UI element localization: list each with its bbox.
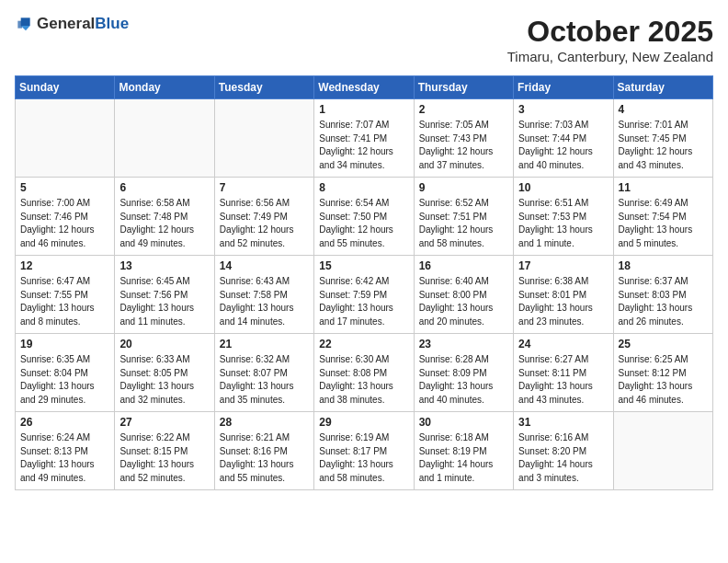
day-info: Sunrise: 6:37 AM Sunset: 8:03 PM Dayligh… xyxy=(619,275,708,328)
day-info: Sunrise: 6:22 AM Sunset: 8:15 PM Dayligh… xyxy=(119,431,209,485)
weekday-header-sunday: Sunday xyxy=(16,76,115,99)
calendar-cell: 2Sunrise: 7:05 AM Sunset: 7:43 PM Daylig… xyxy=(414,99,513,178)
day-info: Sunrise: 6:40 AM Sunset: 8:00 PM Dayligh… xyxy=(419,275,508,328)
day-info: Sunrise: 6:32 AM Sunset: 8:07 PM Dayligh… xyxy=(220,353,309,407)
calendar-cell: 19Sunrise: 6:35 AM Sunset: 8:04 PM Dayli… xyxy=(16,334,115,412)
day-number: 13 xyxy=(119,259,209,272)
day-number: 19 xyxy=(20,338,109,350)
day-info: Sunrise: 6:58 AM Sunset: 7:48 PM Dayligh… xyxy=(119,197,209,250)
day-number: 23 xyxy=(419,338,508,350)
calendar-cell: 15Sunrise: 6:42 AM Sunset: 7:59 PM Dayli… xyxy=(314,256,414,334)
day-number: 12 xyxy=(20,259,109,272)
day-number: 7 xyxy=(220,181,309,194)
calendar-cell: 20Sunrise: 6:33 AM Sunset: 8:05 PM Dayli… xyxy=(115,334,214,412)
svg-marker-1 xyxy=(21,26,30,30)
calendar-cell: 12Sunrise: 6:47 AM Sunset: 7:55 PM Dayli… xyxy=(16,256,115,334)
day-number: 31 xyxy=(518,416,608,429)
weekday-header-thursday: Thursday xyxy=(414,76,513,99)
day-info: Sunrise: 6:43 AM Sunset: 7:58 PM Dayligh… xyxy=(220,275,309,328)
day-info: Sunrise: 6:47 AM Sunset: 7:55 PM Dayligh… xyxy=(20,275,109,328)
calendar-cell: 8Sunrise: 6:54 AM Sunset: 7:50 PM Daylig… xyxy=(314,178,414,256)
day-number: 25 xyxy=(619,338,708,350)
location-title: Timaru, Canterbury, New Zealand xyxy=(507,49,713,64)
day-number: 30 xyxy=(419,416,508,429)
day-info: Sunrise: 6:16 AM Sunset: 8:20 PM Dayligh… xyxy=(518,431,608,485)
calendar-cell: 9Sunrise: 6:52 AM Sunset: 7:51 PM Daylig… xyxy=(414,178,513,256)
day-number: 22 xyxy=(319,338,408,350)
day-number: 5 xyxy=(20,181,109,194)
calendar-cell xyxy=(115,99,214,178)
day-number: 1 xyxy=(319,103,408,116)
calendar-cell: 6Sunrise: 6:58 AM Sunset: 7:48 PM Daylig… xyxy=(115,178,214,256)
calendar-cell: 18Sunrise: 6:37 AM Sunset: 8:03 PM Dayli… xyxy=(613,256,712,334)
calendar-cell xyxy=(214,99,313,178)
day-info: Sunrise: 6:19 AM Sunset: 8:17 PM Dayligh… xyxy=(319,431,408,485)
day-info: Sunrise: 7:03 AM Sunset: 7:44 PM Dayligh… xyxy=(518,119,608,172)
day-info: Sunrise: 6:51 AM Sunset: 7:53 PM Dayligh… xyxy=(518,197,608,250)
calendar-cell: 16Sunrise: 6:40 AM Sunset: 8:00 PM Dayli… xyxy=(414,256,513,334)
day-info: Sunrise: 6:45 AM Sunset: 7:56 PM Dayligh… xyxy=(119,275,209,328)
calendar-cell: 24Sunrise: 6:27 AM Sunset: 8:11 PM Dayli… xyxy=(514,334,613,412)
day-info: Sunrise: 7:07 AM Sunset: 7:41 PM Dayligh… xyxy=(319,119,408,172)
day-number: 3 xyxy=(518,103,608,116)
week-row-4: 19Sunrise: 6:35 AM Sunset: 8:04 PM Dayli… xyxy=(16,334,713,412)
day-info: Sunrise: 6:42 AM Sunset: 7:59 PM Dayligh… xyxy=(319,275,408,328)
day-number: 17 xyxy=(518,259,608,272)
day-info: Sunrise: 6:18 AM Sunset: 8:19 PM Dayligh… xyxy=(419,431,508,485)
day-info: Sunrise: 7:05 AM Sunset: 7:43 PM Dayligh… xyxy=(419,119,508,172)
day-number: 20 xyxy=(119,338,209,350)
day-number: 10 xyxy=(518,181,608,194)
calendar-cell: 21Sunrise: 6:32 AM Sunset: 8:07 PM Dayli… xyxy=(214,334,313,412)
weekday-header-tuesday: Tuesday xyxy=(214,76,313,99)
calendar-cell: 23Sunrise: 6:28 AM Sunset: 8:09 PM Dayli… xyxy=(414,334,513,412)
calendar-cell: 11Sunrise: 6:49 AM Sunset: 7:54 PM Dayli… xyxy=(613,178,712,256)
calendar-cell xyxy=(613,412,712,490)
calendar-cell: 3Sunrise: 7:03 AM Sunset: 7:44 PM Daylig… xyxy=(514,99,613,178)
day-info: Sunrise: 7:00 AM Sunset: 7:46 PM Dayligh… xyxy=(20,197,109,250)
day-info: Sunrise: 6:38 AM Sunset: 8:01 PM Dayligh… xyxy=(518,275,608,328)
week-row-2: 5Sunrise: 7:00 AM Sunset: 7:46 PM Daylig… xyxy=(16,178,713,256)
day-number: 29 xyxy=(319,416,408,429)
calendar-cell: 30Sunrise: 6:18 AM Sunset: 8:19 PM Dayli… xyxy=(414,412,513,490)
calendar-cell: 26Sunrise: 6:24 AM Sunset: 8:13 PM Dayli… xyxy=(16,412,115,490)
day-info: Sunrise: 6:27 AM Sunset: 8:11 PM Dayligh… xyxy=(518,353,608,407)
week-row-3: 12Sunrise: 6:47 AM Sunset: 7:55 PM Dayli… xyxy=(16,256,713,334)
day-number: 24 xyxy=(518,338,608,350)
calendar-cell: 4Sunrise: 7:01 AM Sunset: 7:45 PM Daylig… xyxy=(613,99,712,178)
day-info: Sunrise: 6:33 AM Sunset: 8:05 PM Dayligh… xyxy=(119,353,209,407)
calendar-cell: 29Sunrise: 6:19 AM Sunset: 8:17 PM Dayli… xyxy=(314,412,414,490)
day-number: 27 xyxy=(119,416,209,429)
calendar-cell: 25Sunrise: 6:25 AM Sunset: 8:12 PM Dayli… xyxy=(613,334,712,412)
day-number: 21 xyxy=(220,338,309,350)
calendar-table: SundayMondayTuesdayWednesdayThursdayFrid… xyxy=(15,75,713,490)
day-number: 2 xyxy=(419,103,508,116)
day-number: 11 xyxy=(619,181,708,194)
calendar-cell: 28Sunrise: 6:21 AM Sunset: 8:16 PM Dayli… xyxy=(214,412,313,490)
logo-text: GeneralBlue xyxy=(37,15,129,33)
day-info: Sunrise: 6:56 AM Sunset: 7:49 PM Dayligh… xyxy=(220,197,309,250)
day-number: 4 xyxy=(619,103,708,116)
calendar-cell: 27Sunrise: 6:22 AM Sunset: 8:15 PM Dayli… xyxy=(115,412,214,490)
calendar-cell xyxy=(16,99,115,178)
title-block: October 2025 Timaru, Canterbury, New Zea… xyxy=(507,15,713,64)
day-info: Sunrise: 6:25 AM Sunset: 8:12 PM Dayligh… xyxy=(619,353,708,407)
day-number: 18 xyxy=(619,259,708,272)
day-number: 14 xyxy=(220,259,309,272)
day-number: 28 xyxy=(220,416,309,429)
weekday-header-row: SundayMondayTuesdayWednesdayThursdayFrid… xyxy=(16,76,713,99)
calendar-cell: 17Sunrise: 6:38 AM Sunset: 8:01 PM Dayli… xyxy=(514,256,613,334)
day-info: Sunrise: 6:49 AM Sunset: 7:54 PM Dayligh… xyxy=(619,197,708,250)
weekday-header-friday: Friday xyxy=(514,76,613,99)
month-title: October 2025 xyxy=(507,15,713,49)
page-header: GeneralBlue October 2025 Timaru, Canterb… xyxy=(15,15,713,64)
calendar-cell: 22Sunrise: 6:30 AM Sunset: 8:08 PM Dayli… xyxy=(314,334,414,412)
svg-marker-0 xyxy=(21,17,30,26)
weekday-header-monday: Monday xyxy=(115,76,214,99)
calendar-cell: 10Sunrise: 6:51 AM Sunset: 7:53 PM Dayli… xyxy=(514,178,613,256)
svg-marker-2 xyxy=(17,21,22,29)
logo: GeneralBlue xyxy=(15,15,129,33)
day-info: Sunrise: 6:28 AM Sunset: 8:09 PM Dayligh… xyxy=(419,353,508,407)
calendar-cell: 7Sunrise: 6:56 AM Sunset: 7:49 PM Daylig… xyxy=(214,178,313,256)
week-row-5: 26Sunrise: 6:24 AM Sunset: 8:13 PM Dayli… xyxy=(16,412,713,490)
logo-icon xyxy=(15,15,33,33)
